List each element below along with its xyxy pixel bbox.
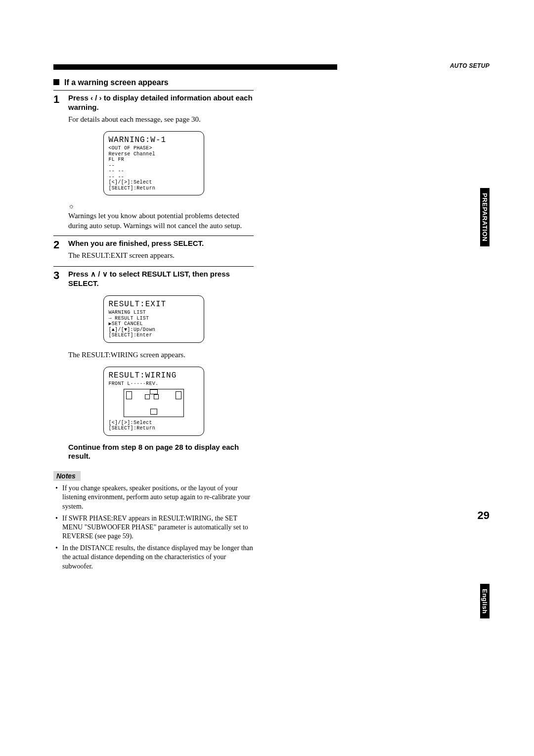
step-heading: Press ‹ / › to display detailed informat… [68,94,254,112]
divider [53,90,254,91]
step-body-text: The RESULT:WIRING screen appears. [68,350,254,360]
speaker-layout-diagram [124,389,184,417]
notes-heading: Notes [53,471,81,481]
section-title-text: If a warning screen appears [64,78,169,87]
note-item: If you change speakers, speaker position… [58,484,254,511]
tip-icon: ☼ [68,202,254,210]
square-bullet-icon [53,79,59,85]
continue-text: Continue from step 8 on page 28 to displ… [68,443,254,462]
step-body-text: For details about each message, see page… [68,114,254,124]
step-number: 2 [53,239,68,260]
step-2: 2 When you are finished, press SELECT. T… [53,239,254,260]
step-number: 1 [53,94,68,124]
side-tab-preparation: PREPARATION [480,188,490,246]
divider [53,236,254,236]
step-3: 3 Press ∧ / ∨ to select RESULT LIST, the… [53,270,254,288]
page-number: 29 [478,509,490,522]
step-number: 3 [53,270,68,288]
note-item: If SWFR PHASE:REV appears in RESULT:WIRI… [58,514,254,541]
left-column: If a warning screen appears 1 Press ‹ / … [53,78,254,571]
header-bar: AUTO SETUP [53,64,490,72]
notes-list: If you change speakers, speaker position… [53,484,254,571]
osd-title: RESULT:WIRING [109,371,199,380]
section-header-label: AUTO SETUP [450,62,490,69]
down-arrow-icon: ∨ [102,270,108,278]
side-tab-english: English [480,584,490,618]
osd-title: RESULT:EXIT [109,300,199,309]
step-heading: Press ∧ / ∨ to select RESULT LIST, then … [68,270,254,288]
notes-section: Notes If you change speakers, speaker po… [53,471,254,571]
page: AUTO SETUP If a warning screen appears 1… [0,0,534,604]
section-title: If a warning screen appears [53,78,254,87]
left-arrow-icon: ‹ [90,94,93,102]
step-heading: When you are finished, press SELECT. [68,239,254,248]
osd-result-exit-screen: RESULT:EXIT WARNING LIST → RESULT LIST ▶… [103,295,204,343]
osd-warning-screen: WARNING:W-1 <OUT OF PHASE> Reverse Chann… [103,131,204,195]
osd-result-wiring-screen: RESULT:WIRING FRONT L·····REV. [<]/[>]:S… [103,367,204,436]
step-1: 1 Press ‹ / › to display detailed inform… [53,94,254,124]
step-body-text: The RESULT:EXIT screen appears. [68,250,254,260]
black-rule [53,64,337,70]
tip-text: Warnings let you know about potential pr… [68,211,254,231]
divider [53,266,254,267]
osd-title: WARNING:W-1 [109,136,199,144]
note-item: In the DISTANCE results, the distance di… [58,544,254,571]
up-arrow-icon: ∧ [90,270,96,278]
